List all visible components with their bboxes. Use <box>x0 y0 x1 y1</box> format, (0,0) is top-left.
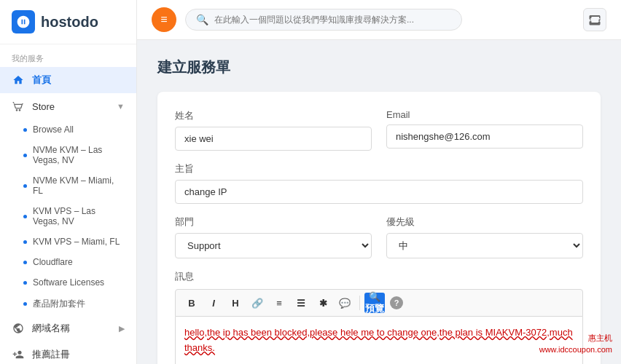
quote-icon: 💬 <box>339 298 351 309</box>
preview-text: 🔍 預覽 <box>364 291 385 315</box>
form-row-name-email: 姓名 Email <box>175 109 583 151</box>
dept-select[interactable]: Support Billing Sales <box>175 233 372 258</box>
quote-button[interactable]: 💬 <box>335 293 355 313</box>
form-group-subject: 主旨 <box>175 162 583 204</box>
page-title: 建立服務單 <box>157 58 601 77</box>
sidebar-item-cloudflare[interactable]: Cloudflare <box>0 252 136 272</box>
sidebar-item-nvme-lv[interactable]: NVMe KVM – Las Vegas, NV <box>0 140 136 170</box>
code-icon: ✱ <box>319 298 327 309</box>
bold-icon: B <box>188 298 195 309</box>
ordered-list-button[interactable]: ☰ <box>291 293 311 313</box>
sidebar-item-home[interactable]: 首頁 <box>0 67 136 93</box>
addons-label: 產品附加套件 <box>33 298 85 310</box>
heading-button[interactable]: H <box>225 293 246 313</box>
sidebar-item-kvm-miami[interactable]: KVM VPS – Miami, FL <box>0 232 136 252</box>
store-label: Store <box>32 101 55 112</box>
main-area: ≡ 🔍 建立服務單 姓名 Email <box>137 0 621 364</box>
sidebar-item-referrals[interactable]: 推薦註冊 <box>0 341 136 364</box>
sidebar-item-store[interactable]: Store ▼ <box>0 93 136 119</box>
nvme-miami-label: NVMe KVM – Miami, FL <box>33 175 125 196</box>
sidebar-item-addons[interactable]: 產品附加套件 <box>0 293 136 315</box>
name-input[interactable] <box>175 127 372 151</box>
form-row-dept-priority: 部門 Support Billing Sales 優先級 中 低 高 <box>175 215 583 258</box>
priority-select[interactable]: 中 低 高 <box>386 233 583 258</box>
domains-chevron: ▶ <box>119 324 125 333</box>
nvme-lv-label: NVMe KVM – Las Vegas, NV <box>33 145 125 165</box>
preview-button[interactable]: 🔍 預覽 <box>364 293 385 313</box>
topbar-right <box>583 8 606 31</box>
dot-icon <box>23 215 27 218</box>
ordered-list-icon: ☰ <box>297 298 305 309</box>
form-group-name: 姓名 <box>175 109 372 151</box>
email-label: Email <box>386 109 583 120</box>
name-label: 姓名 <box>175 109 372 122</box>
list-button[interactable]: ≡ <box>269 293 289 313</box>
code-button[interactable]: ✱ <box>313 293 333 313</box>
content-area: 建立服務單 姓名 Email 主旨 <box>137 40 621 364</box>
store-icon <box>12 100 25 113</box>
help-icon: ? <box>390 296 403 309</box>
heading-icon: H <box>232 298 238 309</box>
kvm-lv-label: KVM VPS – Las Vegas, NV <box>33 206 125 226</box>
bold-button[interactable]: B <box>181 293 202 313</box>
topbar: ≡ 🔍 <box>137 0 621 40</box>
italic-button[interactable]: I <box>203 293 224 313</box>
logo-icon <box>12 10 35 33</box>
dot-icon <box>23 240 27 244</box>
dot-icon <box>23 154 27 157</box>
dot-icon <box>23 261 27 264</box>
editor-body[interactable]: hello,the ip has been blocked,please hel… <box>175 317 583 364</box>
message-label: 訊息 <box>175 270 583 283</box>
dot-icon <box>23 302 27 306</box>
dot-icon <box>23 128 27 132</box>
form-card: 姓名 Email 主旨 部門 S <box>157 92 601 364</box>
browse-all-label: Browse All <box>33 124 74 135</box>
software-label: Software Licenses <box>33 277 104 288</box>
subject-input[interactable] <box>175 180 583 204</box>
sidebar-item-nvme-miami[interactable]: NVMe KVM – Miami, FL <box>0 170 136 201</box>
message-text: hello,the ip has been blocked,please hel… <box>184 327 573 353</box>
sidebar-item-browse-all[interactable]: Browse All <box>0 119 136 140</box>
italic-icon: I <box>212 298 215 309</box>
form-group-dept: 部門 Support Billing Sales <box>175 215 372 258</box>
dot-icon <box>23 281 27 285</box>
search-input[interactable] <box>214 15 451 25</box>
sidebar-item-kvm-lv[interactable]: KVM VPS – Las Vegas, NV <box>0 201 136 232</box>
ticket-icon[interactable] <box>583 8 606 31</box>
sidebar: hostodo 我的服务 首頁 Store ▼ Browse All NVMe … <box>0 0 137 364</box>
search-icon: 🔍 <box>196 14 208 25</box>
link-icon: 🔗 <box>251 298 263 309</box>
sidebar-item-domains[interactable]: 網域名稱 ▶ <box>0 315 136 341</box>
menu-icon: ≡ <box>160 13 167 26</box>
globe-icon <box>12 322 25 335</box>
logo-text: hostodo <box>41 14 98 31</box>
home-icon <box>12 74 25 87</box>
kvm-miami-label: KVM VPS – Miami, FL <box>33 237 120 247</box>
dept-label: 部門 <box>175 215 372 229</box>
user-plus-icon <box>12 348 25 361</box>
referrals-label: 推薦註冊 <box>32 348 70 361</box>
email-input[interactable] <box>386 124 583 149</box>
link-button[interactable]: 🔗 <box>247 293 267 313</box>
store-chevron: ▼ <box>117 102 125 111</box>
home-label: 首頁 <box>32 74 51 87</box>
form-row-subject: 主旨 <box>175 162 583 204</box>
help-button[interactable]: ? <box>386 293 407 313</box>
dot-icon <box>23 184 27 188</box>
cloudflare-label: Cloudflare <box>33 257 73 267</box>
priority-label: 優先級 <box>386 215 583 229</box>
editor-section: 訊息 B I H 🔗 ≡ <box>175 270 583 364</box>
editor-toolbar: B I H 🔗 ≡ ☰ <box>175 289 583 317</box>
sidebar-item-software[interactable]: Software Licenses <box>0 272 136 293</box>
search-container: 🔍 <box>185 9 462 31</box>
form-group-email: Email <box>386 109 583 151</box>
menu-button[interactable]: ≡ <box>152 7 176 32</box>
subject-label: 主旨 <box>175 162 583 175</box>
section-label: 我的服务 <box>0 44 136 67</box>
toolbar-divider <box>359 296 360 310</box>
logo-area: hostodo <box>0 0 136 44</box>
list-icon: ≡ <box>276 298 282 309</box>
domains-label: 網域名稱 <box>32 322 70 335</box>
form-group-priority: 優先級 中 低 高 <box>386 215 583 258</box>
